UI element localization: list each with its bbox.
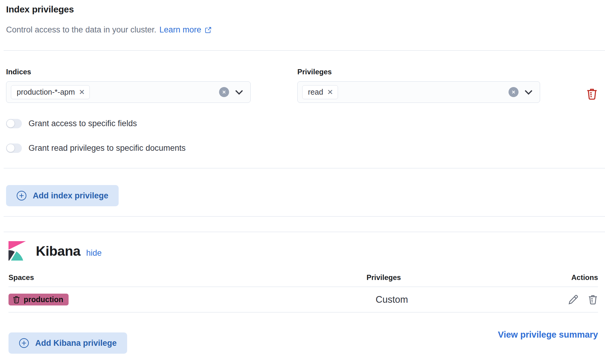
clear-selection-icon[interactable]	[509, 87, 519, 97]
grant-fields-toggle[interactable]	[6, 119, 22, 128]
toggle-label: Grant access to specific fields	[29, 119, 137, 128]
space-badge-label: production	[24, 295, 63, 304]
index-privileges-description: Control access to the data in your clust…	[6, 25, 598, 35]
kibana-section-footer: Add Kibana privilege View privilege summ…	[6, 316, 598, 354]
table-row: production Custom	[8, 287, 598, 312]
actions-column-header: Actions	[546, 273, 598, 282]
plus-in-circle-icon	[19, 338, 29, 348]
view-privilege-summary-link[interactable]: View privilege summary	[498, 330, 598, 340]
pill-label: production-*-apm	[17, 88, 75, 96]
grant-documents-row: Grant read privileges to specific docume…	[6, 143, 598, 153]
indices-selected-pill: production-*-apm ✕	[11, 85, 90, 99]
privileges-label: Privileges	[297, 68, 540, 76]
index-privileges-title: Index privileges	[6, 4, 598, 15]
privilege-cell: Custom	[367, 294, 546, 305]
remove-option-icon[interactable]: ✕	[79, 89, 85, 96]
combobox-controls	[219, 87, 244, 97]
divider	[4, 232, 605, 232]
grant-fields-row: Grant access to specific fields	[6, 119, 598, 128]
delete-space-privilege-button[interactable]	[588, 295, 598, 305]
pill-label: read	[308, 88, 323, 96]
learn-more-link[interactable]: Learn more	[159, 25, 201, 35]
indices-field: Indices production-*-apm ✕	[6, 68, 251, 103]
chevron-down-icon[interactable]	[234, 87, 244, 97]
privileges-column-header: Privileges	[367, 273, 546, 282]
add-index-privilege-button[interactable]: Add index privilege	[6, 185, 119, 206]
table-header-row: Spaces Privileges Actions	[8, 273, 598, 287]
actions-cell	[546, 295, 598, 305]
role-privileges-page: Index privileges Control access to the d…	[0, 0, 605, 364]
external-link-icon	[205, 27, 211, 33]
kibana-privileges-table: Spaces Privileges Actions production Cus…	[8, 273, 598, 312]
chevron-down-icon[interactable]	[523, 87, 534, 97]
privileges-combobox[interactable]: read ✕	[297, 81, 540, 103]
hide-kibana-link[interactable]: hide	[86, 248, 102, 258]
spaces-column-header: Spaces	[8, 273, 367, 282]
kibana-section-header: Kibana hide	[8, 241, 598, 261]
edit-space-privilege-button[interactable]	[568, 295, 578, 305]
divider	[4, 168, 605, 168]
index-privilege-form-row: Indices production-*-apm ✕ Privileges re…	[6, 68, 598, 103]
trash-icon	[586, 88, 598, 100]
toggle-knob	[6, 144, 15, 152]
divider	[4, 50, 605, 51]
divider	[4, 216, 605, 217]
space-trash-icon	[12, 296, 20, 304]
toggle-knob	[6, 119, 15, 128]
spaces-cell: production	[8, 294, 367, 305]
description-text: Control access to the data in your clust…	[6, 25, 156, 35]
clear-selection-icon[interactable]	[219, 87, 229, 97]
add-kibana-privilege-label: Add Kibana privilege	[35, 339, 117, 348]
privileges-field: Privileges read ✕	[297, 68, 540, 103]
indices-label: Indices	[6, 68, 251, 76]
toggle-label: Grant read privileges to specific docume…	[29, 143, 186, 153]
pencil-icon	[568, 295, 578, 305]
add-index-privilege-label: Add index privilege	[33, 191, 108, 201]
add-kibana-privilege-button[interactable]: Add Kibana privilege	[8, 332, 127, 354]
privileges-selected-pill: read ✕	[302, 85, 338, 99]
kibana-section-title: Kibana	[36, 243, 80, 259]
kibana-logo-icon	[8, 241, 27, 261]
indices-combobox[interactable]: production-*-apm ✕	[6, 81, 251, 103]
grant-documents-toggle[interactable]	[6, 143, 22, 153]
combobox-controls	[509, 87, 534, 97]
delete-index-privilege-button[interactable]	[586, 88, 598, 101]
trash-icon	[588, 295, 598, 305]
remove-option-icon[interactable]: ✕	[327, 89, 333, 96]
space-badge[interactable]: production	[8, 294, 69, 305]
kibana-title-group: Kibana hide	[36, 243, 102, 259]
plus-in-circle-icon	[16, 190, 27, 201]
